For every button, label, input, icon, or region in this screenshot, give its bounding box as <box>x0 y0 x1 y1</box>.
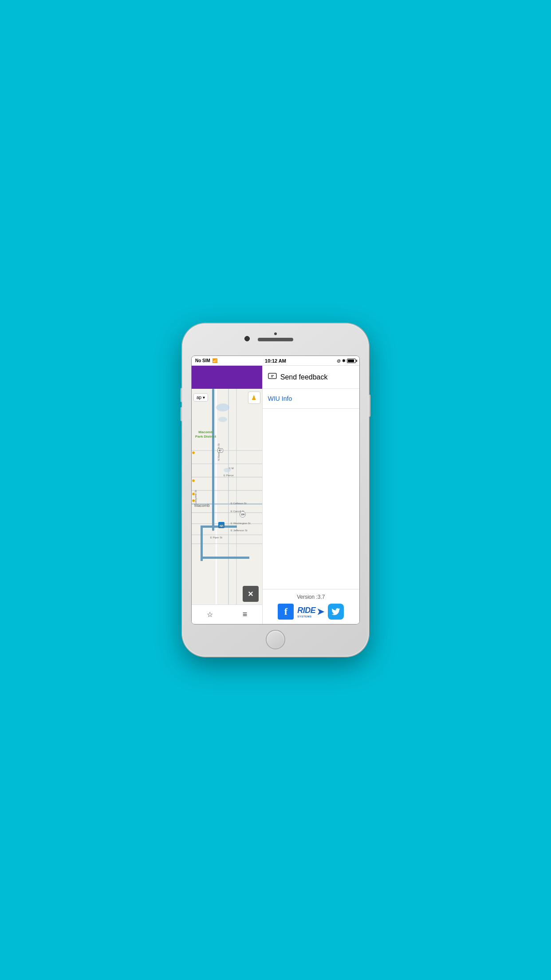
route-line-h2 <box>201 557 249 559</box>
phone-screen: No SIM 📶 10:12 AM @ ✱ ap <box>191 356 360 624</box>
wiu-info-item[interactable]: WIU Info <box>263 389 359 409</box>
menu-panel: Send feedback WIU Info Version :3.7 f <box>262 366 359 624</box>
battery-icon <box>347 359 356 363</box>
dropdown-arrow-icon: ▾ <box>203 395 205 400</box>
menu-icon[interactable]: ≡ <box>243 610 248 619</box>
status-time: 10:12 AM <box>265 358 286 364</box>
close-button[interactable]: ✕ <box>243 586 259 602</box>
at-icon: @ <box>337 359 341 363</box>
ride-arrow-icon: ➤ <box>317 606 324 617</box>
menu-footer: Version :3.7 f RIDE SYSTEMS ➤ <box>263 589 359 624</box>
phone-frame: No SIM 📶 10:12 AM @ ✱ ap <box>182 324 369 656</box>
water-2 <box>218 417 227 422</box>
street-label-jefferson: E Jefferson St <box>231 529 248 532</box>
feedback-icon <box>268 373 277 382</box>
bus-stop-2 <box>192 479 195 482</box>
street-label-piper: E Piper St <box>210 536 222 539</box>
bus-stop-1 <box>192 451 195 454</box>
status-bar: No SIM 📶 10:12 AM @ ✱ <box>192 356 359 366</box>
power-button[interactable] <box>369 395 370 417</box>
home-button[interactable] <box>266 630 285 649</box>
person-icon: ♟ <box>251 394 257 401</box>
svg-rect-0 <box>268 373 276 379</box>
highway-67-badge: 67 <box>217 448 223 453</box>
route-line-v2 <box>201 526 203 561</box>
twitter-button[interactable] <box>328 604 344 620</box>
bluetooth-icon: ✱ <box>342 359 346 363</box>
park-label: MacombPark District <box>195 430 216 439</box>
systems-text: SYSTEMS <box>297 615 315 618</box>
wiu-info-label: WIU Info <box>268 395 292 402</box>
street-label-calhoun: E Calhoun St <box>231 502 246 505</box>
water-3 <box>224 468 231 472</box>
ride-systems-logo[interactable]: RIDE SYSTEMS ➤ <box>297 606 324 618</box>
front-camera <box>244 336 250 341</box>
road-h-6 <box>192 512 262 513</box>
road-h-2 <box>192 463 262 464</box>
highway-136-badge: 136 <box>240 511 246 518</box>
road-h-4 <box>192 490 262 491</box>
map-header <box>192 366 262 389</box>
road-vertical-2 <box>228 389 229 611</box>
map-dropdown[interactable]: ap ▾ <box>193 393 208 402</box>
road-h-7 <box>192 523 262 524</box>
menu-spacer <box>263 409 359 589</box>
status-left: No SIM 📶 <box>195 358 217 363</box>
street-label-washington: E Washington St <box>231 522 250 525</box>
facebook-icon-label: f <box>284 607 287 616</box>
version-label: Version :3.7 <box>297 594 325 600</box>
ride-logo-container: RIDE SYSTEMS <box>297 606 315 618</box>
road-vertical-1 <box>216 389 217 611</box>
dropdown-label: ap <box>197 395 201 400</box>
road-h-1 <box>192 450 262 451</box>
map-panel: ap ▾ ♟ <box>192 366 262 624</box>
bus-icon: 🚌 <box>218 522 224 528</box>
road-vertical-3 <box>236 389 237 611</box>
favorites-icon[interactable]: ☆ <box>207 610 213 619</box>
water-1 <box>216 403 229 411</box>
map-bottom-bar: ☆ ≡ <box>192 605 262 624</box>
menu-header: Send feedback <box>263 366 359 389</box>
battery-fill <box>348 360 354 362</box>
menu-title: Send feedback <box>280 373 328 381</box>
twitter-bird-icon <box>331 608 340 615</box>
ride-text: RIDE <box>297 606 315 615</box>
status-right: @ ✱ <box>337 359 356 363</box>
route-line-v <box>212 389 214 531</box>
front-sensor <box>274 332 277 335</box>
road-h-3 <box>192 477 262 478</box>
person-button[interactable]: ♟ <box>248 391 260 404</box>
social-icons: f RIDE SYSTEMS ➤ <box>278 604 344 620</box>
earpiece-speaker <box>258 338 293 341</box>
facebook-button[interactable]: f <box>278 604 294 620</box>
wifi-icon: 📶 <box>212 358 217 363</box>
volume-down-button[interactable] <box>181 407 182 421</box>
street-label-lafayette: Lafayette St <box>194 490 197 504</box>
volume-up-button[interactable] <box>181 388 182 402</box>
app-content: ap ▾ ♟ <box>192 366 359 624</box>
street-label-pierce: E Pierce <box>224 474 234 477</box>
carrier-label: No SIM <box>195 358 210 363</box>
